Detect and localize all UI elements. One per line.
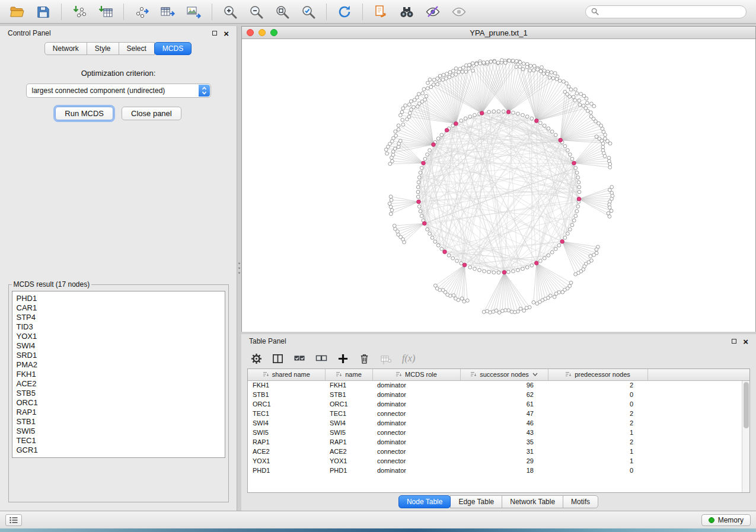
deselect-all-button[interactable] (315, 352, 327, 364)
result-item-phd1[interactable]: PHD1 (17, 294, 221, 303)
table-cell[interactable]: YOX1 (325, 456, 372, 466)
table-cell[interactable]: 2 (548, 437, 647, 447)
table-cell[interactable]: dominator (372, 466, 460, 475)
table-cell[interactable]: 2 (548, 409, 647, 418)
table-cell[interactable]: 46 (460, 418, 548, 428)
criterion-dropdown[interactable]: largest connected component (undirected) (26, 84, 211, 98)
table-row-ace2[interactable]: ACE2ACE2connector311 (248, 447, 749, 456)
column-header-MCDS-role[interactable]: MCDS role (372, 369, 460, 380)
table-cell[interactable]: ORC1 (325, 399, 372, 409)
add-column-button[interactable] (337, 353, 349, 364)
close-panel-button[interactable]: Close panel (122, 107, 181, 120)
panel-selector-button[interactable] (5, 514, 22, 526)
result-item-tec1[interactable]: TEC1 (17, 436, 221, 446)
table-row-stb1[interactable]: STB1STB1dominator620 (248, 390, 749, 399)
close-table-panel-icon[interactable]: × (743, 337, 748, 346)
search-input[interactable] (602, 7, 741, 17)
table-cell[interactable]: dominator (372, 390, 460, 399)
table-cell[interactable]: 2 (548, 418, 647, 428)
table-cell[interactable]: 31 (460, 447, 548, 456)
table-cell[interactable]: PHD1 (325, 466, 372, 475)
export-image-button[interactable] (181, 2, 206, 21)
result-item-swi4[interactable]: SWI4 (17, 341, 221, 351)
hide-selected-button[interactable] (420, 2, 445, 21)
table-cell[interactable]: connector (372, 456, 460, 466)
import-network-button[interactable] (67, 2, 92, 21)
table-cell[interactable]: 0 (548, 399, 647, 409)
panel-splitter[interactable] (237, 24, 241, 511)
import-table-button[interactable] (93, 2, 118, 21)
table-row-tec1[interactable]: TEC1TEC1connector472 (248, 409, 749, 418)
refresh-button[interactable] (332, 2, 357, 21)
table-row-orc1[interactable]: ORC1ORC1dominator610 (248, 399, 749, 409)
table-cell[interactable]: dominator (372, 380, 460, 390)
table-cell[interactable]: connector (372, 409, 460, 418)
table-cell[interactable]: RAP1 (325, 437, 372, 447)
table-cell[interactable]: 61 (460, 399, 548, 409)
find-button[interactable] (394, 2, 419, 21)
tab-style[interactable]: Style (87, 42, 119, 55)
window-minimize-button[interactable] (259, 29, 266, 36)
table-cell[interactable]: SWI5 (248, 428, 325, 437)
result-item-pma2[interactable]: PMA2 (17, 360, 221, 370)
network-canvas[interactable] (242, 39, 755, 332)
function-builder-button[interactable]: f(x) (402, 353, 415, 364)
memory-button[interactable]: Memory (701, 514, 751, 526)
column-header-name[interactable]: name (325, 369, 372, 380)
table-tab-motifs[interactable]: Motifs (563, 495, 598, 508)
table-cell[interactable]: 62 (460, 390, 548, 399)
result-item-swi5[interactable]: SWI5 (17, 427, 221, 436)
window-close-button[interactable] (247, 29, 254, 36)
table-row-swi4[interactable]: SWI4SWI4dominator462 (248, 418, 749, 428)
table-cell[interactable]: FKH1 (325, 380, 372, 390)
table-cell[interactable]: 1 (548, 428, 647, 437)
table-row-yox1[interactable]: YOX1YOX1connector291 (248, 456, 749, 466)
result-item-rap1[interactable]: RAP1 (17, 408, 221, 417)
table-cell[interactable]: FKH1 (248, 380, 325, 390)
table-cell[interactable]: 47 (460, 409, 548, 418)
table-cell[interactable]: dominator (372, 418, 460, 428)
export-table-button[interactable] (155, 2, 180, 21)
table-row-rap1[interactable]: RAP1RAP1dominator352 (248, 437, 749, 447)
table-tab-node-table[interactable]: Node Table (398, 495, 451, 508)
delete-column-button[interactable] (359, 353, 370, 364)
table-cell[interactable]: ACE2 (248, 447, 325, 456)
table-tab-edge-table[interactable]: Edge Table (450, 495, 502, 508)
table-cell[interactable]: YOX1 (248, 456, 325, 466)
table-scrollbar[interactable] (742, 381, 749, 492)
result-item-stp4[interactable]: STP4 (17, 313, 221, 322)
save-session-button[interactable] (31, 2, 56, 21)
select-all-button[interactable] (294, 352, 305, 364)
table-cell[interactable]: PHD1 (248, 466, 325, 475)
table-row-phd1[interactable]: PHD1PHD1dominator180 (248, 466, 749, 475)
table-scrollbar-thumb[interactable] (744, 382, 749, 428)
table-cell[interactable]: 0 (548, 466, 647, 475)
export-network-button[interactable] (129, 2, 154, 21)
table-settings-button[interactable] (251, 353, 262, 364)
result-item-fkh1[interactable]: FKH1 (17, 370, 221, 379)
table-cell[interactable]: 2 (548, 380, 647, 390)
result-item-srd1[interactable]: SRD1 (17, 351, 221, 360)
float-panel-icon[interactable] (212, 31, 217, 36)
table-cell[interactable]: ORC1 (248, 399, 325, 409)
table-cell[interactable]: STB1 (248, 390, 325, 399)
column-header-successor-nodes[interactable]: successor nodes (460, 369, 548, 380)
tab-mcds[interactable]: MCDS (154, 42, 192, 55)
window-maximize-button[interactable] (270, 29, 277, 36)
share-document-button[interactable] (368, 2, 393, 21)
table-cell[interactable]: connector (372, 428, 460, 437)
close-panel-icon[interactable]: × (224, 29, 229, 38)
tab-network[interactable]: Network (44, 42, 87, 55)
result-item-ace2[interactable]: ACE2 (17, 379, 221, 389)
table-cell[interactable]: 1 (548, 456, 647, 466)
table-cell[interactable]: SWI4 (248, 418, 325, 428)
open-session-button[interactable] (5, 2, 30, 21)
column-header-predecessor-nodes[interactable]: predecessor nodes (548, 369, 647, 380)
zoom-selected-button[interactable] (296, 2, 321, 21)
result-item-orc1[interactable]: ORC1 (17, 398, 221, 408)
result-item-tid3[interactable]: TID3 (17, 322, 221, 332)
table-tab-network-table[interactable]: Network Table (502, 495, 563, 508)
table-cell[interactable]: SWI4 (325, 418, 372, 428)
result-item-stb5[interactable]: STB5 (17, 389, 221, 398)
zoom-fit-button[interactable] (270, 2, 295, 21)
